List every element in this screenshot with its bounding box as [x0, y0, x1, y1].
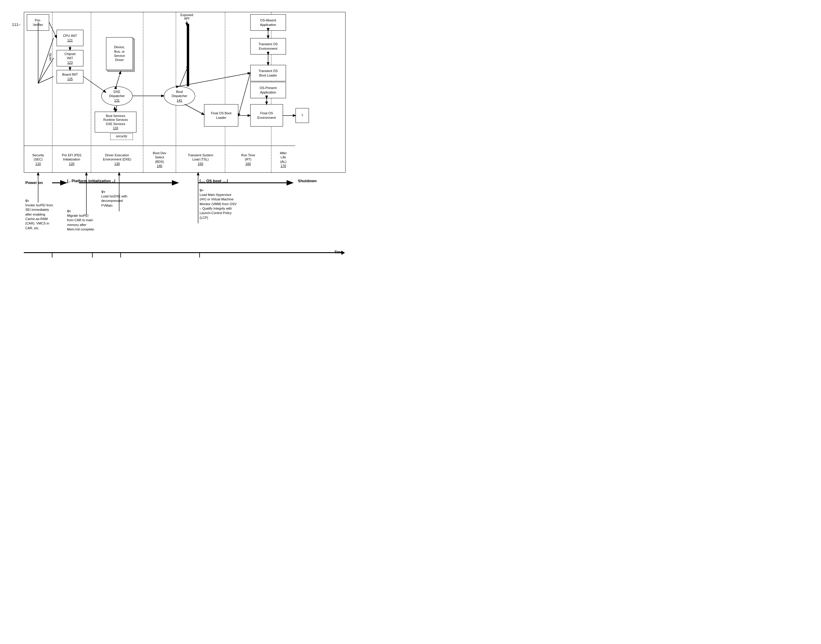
phi1-note: φ₁ Invoke IsoPEI from SEI immediately af…	[25, 198, 53, 230]
shutdown-label: Shutdown	[298, 179, 317, 183]
phi2-symbol: φ₂	[67, 209, 95, 213]
phi4-text: Load Main Hypervisor (HV) or Virtual Mac…	[200, 193, 237, 220]
final-os-env-box: Final OSEnvironment	[250, 104, 283, 127]
boot-dispatcher-ellipse: BootDispatcher141	[164, 86, 195, 106]
phase-label-pei: Pre EFI (PEI) Initialization 120	[52, 146, 91, 172]
board-init-box: Board INIT125	[57, 70, 83, 83]
final-os-boot-loader-box: Final OS BootLoader	[204, 104, 238, 127]
boot-services-box: Boot ServicesRuntime ServicesDXE Service…	[95, 112, 137, 132]
security-box: security	[110, 133, 133, 140]
phi1-text: Invoke IsoPEI from SEI immediately after…	[25, 203, 53, 230]
api-bar	[187, 24, 189, 86]
phi3-note: φ₃ Load IsoDXE with decompressed FVMain	[101, 189, 127, 208]
timeline	[24, 252, 343, 253]
phi2-text: Migrate IsoPEI from CAR to main memory a…	[67, 213, 95, 232]
pre-verifier-box: Pre- Verifier	[27, 14, 49, 31]
ref-111: 111–	[12, 22, 20, 27]
exposed-api-label: Exposed API	[175, 13, 199, 20]
platform-init-label: [.. Platform initialization ..]	[67, 179, 115, 183]
phi4-note: φ₄ Load Main Hypervisor (HV) or Virtual …	[200, 187, 237, 220]
phase-label-sec: Security (SEC) 110	[24, 146, 52, 172]
question-mark-box: ?	[295, 108, 309, 123]
phi4-symbol: φ₄	[200, 187, 237, 193]
verify-label: verify	[48, 53, 52, 61]
power-on-label: Power on	[25, 181, 43, 185]
phi1-symbol: φ₁	[25, 198, 53, 203]
dxe-dispatcher-ellipse: DXEDispatcher131	[101, 86, 132, 106]
diagram-container: Security (SEC) 110 Pre EFI (PEI) Initial…	[6, 6, 352, 259]
cpu-init-box: CPU INIT121	[57, 30, 83, 46]
os-boot-label: [.... OS boot ....]	[200, 179, 228, 183]
phase-sec: Security (SEC) 110	[24, 12, 52, 172]
phase-label-rt: Run Time (RT) 160	[225, 146, 271, 172]
phase-label-dxe: Driver Execution Environment (DXE) 130	[91, 146, 143, 172]
transient-os-boot-loader-box: Transient OSBoot Loader	[250, 65, 286, 81]
phase-label-tsl: Transient System Load (TSL) 150	[176, 146, 225, 172]
os-present-app-box: OS-PresentApplication	[250, 82, 286, 98]
phi3-symbol: φ₃	[101, 189, 127, 194]
phi2-note: φ₂ Migrate IsoPEI from CAR to main memor…	[67, 209, 95, 232]
transient-os-env-box: Transient OSEnvironment	[250, 38, 286, 55]
os-absent-app-box: OS-AbsentApplication	[250, 14, 286, 31]
phase-label-bds: Boot Dev Select (BDS) 140	[143, 146, 176, 172]
phi3-text: Load IsoDXE with decompressed FVMain	[101, 194, 127, 208]
chipset-init-box: ChipsetINIT123	[57, 50, 83, 66]
phase-label-al: After Life (AL) 170	[271, 146, 295, 172]
